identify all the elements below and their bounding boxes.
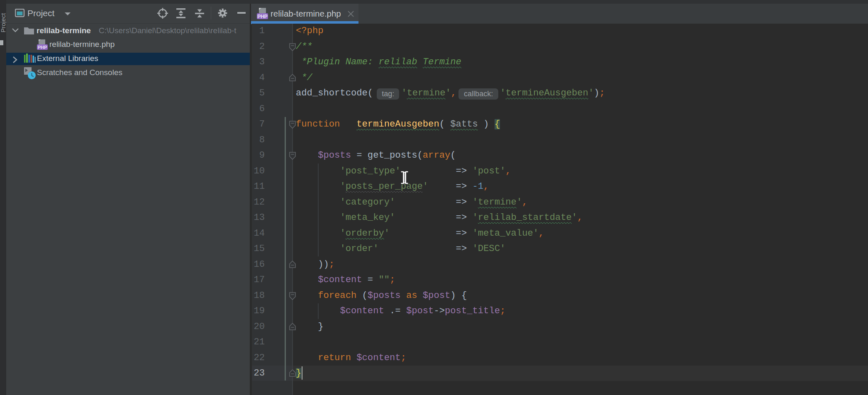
svg-text:PHP: PHP [38,45,47,50]
svg-text:PHP: PHP [257,14,268,20]
